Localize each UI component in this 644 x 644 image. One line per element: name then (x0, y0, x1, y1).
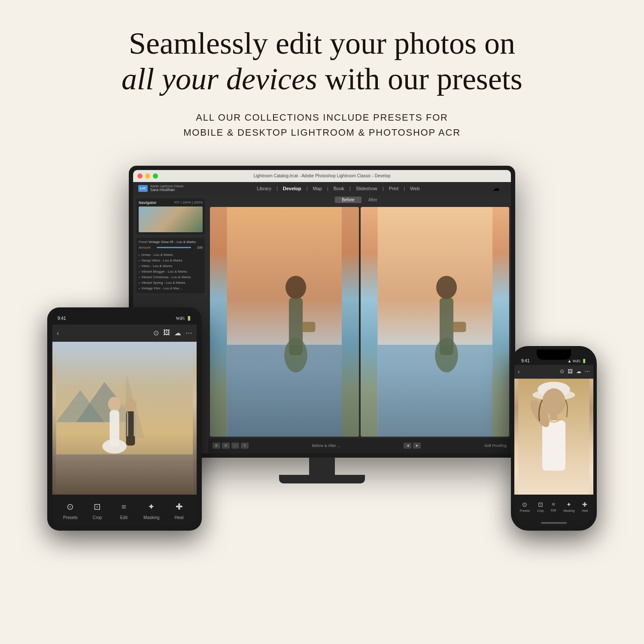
tablet-more-icon[interactable]: ⋯ (185, 329, 192, 337)
list-item[interactable]: Vibrant Blogger - Lou & Marks (139, 269, 203, 274)
phone-wifi-icon: WiFi (573, 359, 580, 363)
wifi-icon: WiFi (176, 316, 185, 321)
headline-normal: with our presets (317, 62, 522, 96)
nav-slideshow[interactable]: Slideshow (356, 186, 377, 191)
phone-icon-3[interactable]: ☁ (576, 368, 581, 375)
phone-presets-label: Presets (519, 509, 530, 512)
phone-icon-1[interactable]: ⊙ (560, 368, 564, 375)
headline-line1: Seamlessly edit your photos on (129, 26, 515, 61)
svg-point-21 (125, 398, 137, 412)
devices-container: Lightroom Catalog.lrcat - Adobe Photosho… (43, 166, 601, 531)
svg-rect-5 (301, 322, 315, 332)
filmstrip-btn-4[interactable]: ✎ (241, 443, 249, 449)
subheadline-line1: ALL OUR COLLECTIONS INCLUDE PRESETS FOR (196, 112, 448, 123)
tablet-tool-presets[interactable]: ⊙ Presets (63, 500, 78, 520)
phone-tool-crop[interactable]: ⊡ Crop (537, 501, 544, 512)
svg-rect-23 (127, 412, 128, 436)
svg-rect-24 (134, 412, 135, 436)
tablet-wedding-photo (52, 342, 197, 495)
preset-list: Urban - Lou & Marks Vacay Vibes - Lou & … (139, 252, 203, 291)
masking-icon: ✦ (145, 500, 158, 513)
svg-rect-11 (452, 322, 466, 332)
svg-rect-1 (227, 345, 342, 437)
battery-icon: 🔋 (186, 316, 191, 321)
tablet-back-icon[interactable]: ‹ (57, 329, 59, 337)
minimize-button-icon[interactable] (145, 173, 150, 179)
filmstrip-btn-2[interactable]: ⊟ (222, 443, 230, 449)
lr-content-area: Before After (208, 195, 511, 453)
phone-photo-svg (514, 379, 593, 495)
phone-tool-masking[interactable]: ✦ Masking (563, 501, 574, 512)
phone-masking-label: Masking (563, 509, 574, 512)
monitor-base (279, 475, 365, 483)
phone-tool-presets[interactable]: ⊙ Presets (519, 501, 530, 512)
traffic-lights (137, 173, 158, 179)
close-button-icon[interactable] (137, 173, 143, 179)
nav-map[interactable]: Map (313, 186, 322, 191)
svg-point-20 (102, 439, 126, 454)
after-button[interactable]: After (361, 197, 384, 203)
phone-crop-label: Crop (537, 509, 544, 512)
tablet-tool-edit[interactable]: ≡ Edit (117, 500, 131, 520)
phone-tool-edit[interactable]: ≡ Edit (551, 501, 556, 512)
nav-develop[interactable]: Develop (283, 186, 301, 191)
preset-name-value: Vintage Glow 05 - Lou & Marks (148, 240, 196, 244)
svg-point-18 (108, 397, 121, 411)
list-item[interactable]: Vibrant Spring - Lou & Marks (139, 280, 203, 286)
lr-logo-icon: LrC (138, 185, 148, 192)
svg-rect-30 (542, 420, 565, 471)
tablet-tool-masking[interactable]: ✦ Masking (143, 500, 159, 520)
filmstrip-btn-6[interactable]: ▶ (413, 443, 421, 449)
lr-photo-comparison (208, 205, 511, 438)
phone-signal-icon: ▲ (568, 359, 571, 363)
phone: 9:41 ▲ WiFi 🔋 ‹ ⊙ 🖼 ☁ ⋯ (511, 346, 597, 531)
tablet-photo-icon[interactable]: 🖼 (163, 329, 170, 337)
nav-print[interactable]: Print (389, 186, 399, 191)
list-item[interactable]: Urban - Lou & Marks (139, 252, 203, 258)
window-title: Lightroom Catalog.lrcat - Adobe Photosho… (253, 173, 390, 178)
headline-italic: all your devices (122, 62, 317, 96)
before-photo-svg (210, 207, 359, 437)
tablet-preset-icon[interactable]: ⊙ (153, 329, 159, 337)
phone-icon-4[interactable]: ⋯ (585, 368, 590, 375)
nav-library[interactable]: Library (257, 186, 271, 191)
filmstrip-btn-3[interactable]: ↔ (231, 443, 239, 449)
list-item[interactable]: Vacay Vibes - Lou & Marks (139, 258, 203, 263)
fullscreen-button-icon[interactable] (153, 173, 158, 179)
filmstrip-controls-right: ◀ ▶ (404, 443, 421, 449)
amount-slider[interactable]: Amount 100 (139, 246, 203, 249)
svg-rect-7 (377, 345, 492, 437)
tablet-tool-heal[interactable]: ✚ Heal (172, 500, 186, 520)
tablet-settings-icon[interactable]: ☁ (174, 329, 181, 337)
filmstrip-btn-1[interactable]: ⊞ (213, 443, 220, 449)
before-after-bar: Before After (208, 195, 511, 205)
edit-icon: ≡ (117, 500, 131, 513)
phone-icon-2[interactable]: 🖼 (568, 368, 573, 375)
nav-web[interactable]: Web (410, 186, 419, 191)
tablet-body: 9:41 WiFi 🔋 ‹ ⊙ 🖼 ☁ ⋯ (47, 307, 202, 531)
slider-track[interactable] (157, 247, 191, 248)
svg-point-8 (436, 276, 456, 299)
phone-tool-heal[interactable]: ✚ Heal (582, 501, 588, 512)
tablet-status-icons: WiFi 🔋 (176, 316, 191, 321)
navigator-header: Navigator FIT | 100% | 200% (139, 200, 203, 205)
phone-back-icon[interactable]: ‹ (518, 368, 520, 375)
tablet-tool-crop[interactable]: ⊡ Crop (91, 500, 104, 520)
before-button[interactable]: Before (335, 197, 361, 203)
tablet-photo-svg (52, 342, 197, 495)
crop-label: Crop (93, 515, 102, 520)
crop-icon: ⊡ (91, 500, 104, 513)
phone-heal-icon: ✚ (582, 501, 587, 508)
presets-label: Presets (63, 515, 78, 520)
after-photo (361, 207, 510, 437)
phone-screen: 9:41 ▲ WiFi 🔋 ‹ ⊙ 🖼 ☁ ⋯ (514, 349, 593, 527)
filmstrip-btn-5[interactable]: ◀ (404, 443, 411, 449)
list-item[interactable]: Vintage Film - Lou & Mar... (139, 286, 203, 291)
slider-fill (157, 247, 191, 248)
list-item[interactable]: Vibrant Christmas - Lou & Marks (139, 274, 203, 280)
lr-cloud-icon: ☁ (493, 184, 506, 192)
monitor-titlebar: Lightroom Catalog.lrcat - Adobe Photosho… (133, 170, 511, 182)
heal-label: Heal (175, 515, 184, 520)
nav-book[interactable]: Book (334, 186, 344, 191)
list-item[interactable]: Vibes - Lou & Marks (139, 263, 203, 269)
